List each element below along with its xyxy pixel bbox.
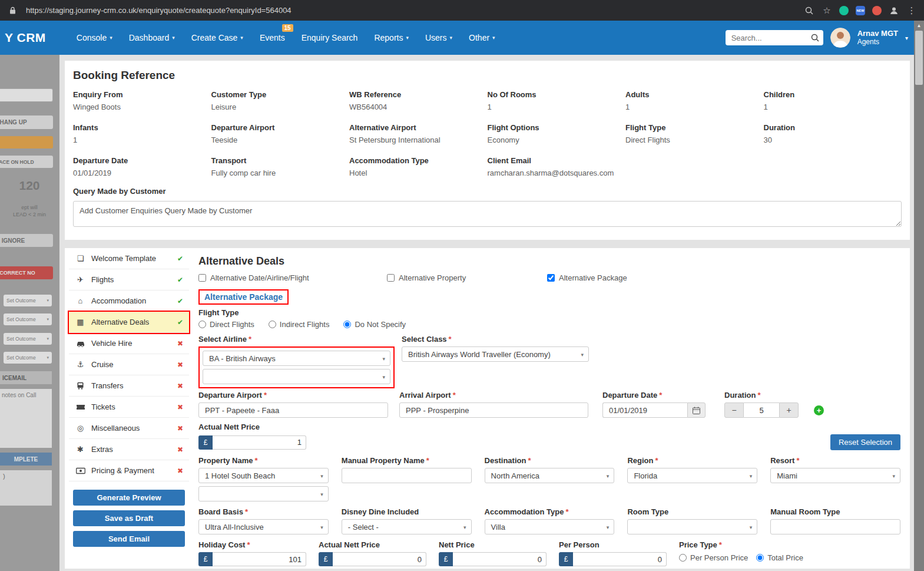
nav-item-events[interactable]: Events15 [251, 21, 293, 55]
browser-menu-icon[interactable]: ⋮ [906, 5, 917, 16]
nav-item-reports[interactable]: Reports▾ [366, 21, 417, 55]
caret-down-icon[interactable]: ▾ [905, 35, 908, 41]
extension-red-icon[interactable] [872, 6, 882, 15]
car-icon [75, 339, 85, 348]
per-person-input[interactable] [573, 552, 667, 566]
departure-airport-input[interactable] [198, 402, 388, 418]
property-name-select-secondary[interactable]: ▾ [198, 486, 329, 501]
section-item-cruise[interactable]: ⚓Cruise✖ [69, 354, 189, 375]
call-number-input[interactable] [0, 88, 53, 102]
cross-icon: ✖ [177, 339, 183, 348]
hang-up-button[interactable]: HANG UP [0, 115, 53, 129]
set-outcome-select[interactable]: Set Outcome▾ [4, 333, 52, 345]
alt-package-checkbox[interactable]: Alternative Package [547, 273, 627, 282]
bookmark-star-icon[interactable]: ☆ [822, 5, 832, 16]
section-item-vehicle-hire[interactable]: Vehicle Hire✖ [69, 333, 189, 354]
incorrect-no-button[interactable]: INCORRECT NO [0, 266, 53, 279]
actual-nett-price-input[interactable] [213, 435, 306, 450]
place-on-hold-button[interactable]: PLACE ON HOLD [0, 156, 53, 168]
region-select[interactable]: Florida▾ [627, 468, 757, 483]
section-item-extras[interactable]: ✱Extras✖ [69, 439, 189, 460]
nav-item-create-case[interactable]: Create Case▾ [183, 21, 251, 55]
accommodation-type-select[interactable]: Villa▾ [485, 519, 615, 534]
nett-price-group: £ [439, 552, 547, 566]
section-item-miscellaneous[interactable]: ◎Miscellaneous✖ [69, 418, 189, 439]
nav-item-other[interactable]: Other▾ [461, 21, 504, 55]
radio-do-not-specify[interactable]: Do Not Specify [343, 320, 406, 329]
airline-select-secondary[interactable]: ▾ [203, 369, 390, 384]
grammarly-extension-icon[interactable] [839, 6, 849, 15]
zoom-icon[interactable] [804, 5, 814, 16]
minus-button[interactable]: − [724, 402, 744, 418]
nav-item-users[interactable]: Users▾ [417, 21, 461, 55]
search-icon[interactable] [811, 34, 819, 42]
caret-down-icon: ▾ [892, 473, 895, 479]
radio-per-person-price[interactable]: Per Person Price [679, 553, 748, 562]
caret-down-icon: ▾ [110, 35, 112, 41]
radio-direct-flights[interactable]: Direct Flights [198, 320, 254, 329]
section-item-tickets[interactable]: Tickets✖ [69, 397, 189, 418]
customer-query-textarea[interactable] [73, 201, 902, 227]
add-row-icon[interactable]: + [814, 405, 824, 415]
section-item-accommodation[interactable]: ⌂Accommodation✔ [69, 291, 189, 312]
complete-button[interactable]: MPLETE [0, 453, 52, 466]
send-email-button[interactable]: Send Email [73, 531, 185, 547]
arrival-airport-input[interactable] [399, 402, 588, 418]
voicemail-bar[interactable]: ICEMAIL [0, 371, 52, 384]
board-basis-select[interactable]: Ultra All-Inclusive▾ [198, 519, 329, 534]
call-notes-area[interactable]: notes on Call [0, 389, 52, 448]
global-search-input[interactable] [726, 30, 823, 45]
call-task-bar[interactable] [0, 136, 53, 148]
save-as-draft-button[interactable]: Save as Draft [73, 510, 185, 526]
nav-item-dashboard[interactable]: Dashboard▾ [121, 21, 183, 55]
resort-select[interactable]: Miami▾ [770, 468, 900, 483]
target-icon: ◎ [75, 424, 85, 433]
brand-logo[interactable]: Y CRM [5, 31, 46, 45]
manual-room-type-input[interactable] [770, 519, 900, 534]
user-menu[interactable]: Arnav MGT Agents [857, 29, 898, 46]
scroll-up-arrow-icon[interactable]: ▲ [914, 21, 924, 30]
section-item-pricing-payment[interactable]: Pricing & Payment✖ [69, 460, 189, 481]
manual-property-name-input[interactable] [342, 468, 472, 483]
set-outcome-select[interactable]: Set Outcome▾ [4, 352, 52, 364]
room-type-select[interactable]: ▾ [627, 519, 757, 534]
nett-price-input[interactable] [453, 552, 547, 566]
class-select[interactable]: British Airways World Traveller (Economy… [402, 346, 589, 362]
radio-indirect-flights[interactable]: Indirect Flights [269, 320, 330, 329]
user-avatar[interactable] [830, 28, 850, 48]
section-item-welcome-template[interactable]: ❏Welcome Template✔ [69, 248, 189, 269]
alt-property-checkbox[interactable]: Alternative Property [387, 273, 547, 282]
set-outcome-select[interactable]: Set Outcome▾ [4, 295, 52, 306]
departure-date-input[interactable] [602, 402, 687, 418]
property-name-select[interactable]: 1 Hotel South Beach▾ [198, 468, 329, 483]
ignore-button[interactable]: IGNORE [0, 234, 53, 247]
page: HANG UP PLACE ON HOLD 120 ept will LEAD … [0, 55, 924, 571]
disney-dine-select[interactable]: - Select -▾ [342, 519, 472, 534]
deals-icon: ▦ [75, 318, 85, 326]
nav-item-console[interactable]: Console▾ [68, 21, 121, 55]
holiday-cost-input[interactable] [213, 552, 306, 566]
form-title: Alternative Deals [198, 255, 900, 268]
address-bar[interactable]: https://staging.journey-crm.co.uk/enquir… [26, 6, 292, 15]
reset-selection-button[interactable]: Reset Selection [830, 434, 900, 450]
actual-nett-price2-input[interactable] [333, 552, 426, 566]
airline-select[interactable]: BA - British Airways▾ [203, 351, 390, 366]
calendar-icon[interactable] [687, 402, 706, 418]
set-outcome-select[interactable]: Set Outcome▾ [4, 313, 52, 325]
scrollbar-thumb[interactable] [915, 31, 923, 85]
section-item-alternative-deals[interactable]: ▦Alternative Deals✔ [69, 312, 189, 333]
destination-select[interactable]: North America▾ [485, 468, 615, 483]
radio-total-price[interactable]: Total Price [756, 553, 803, 562]
section-item-transfers[interactable]: Transfers✖ [69, 375, 189, 397]
booking-field: Children1 [764, 90, 902, 111]
nav-item-enquiry-search[interactable]: Enquiry Search [293, 21, 366, 55]
generate-preview-button[interactable]: Generate Preview [73, 490, 185, 506]
browser-profile-icon[interactable] [889, 5, 899, 16]
section-item-flights[interactable]: ✈Flights✔ [69, 269, 189, 291]
accommodation-type-label: Accommodation Type* [485, 507, 615, 516]
booking-field: TransportFully comp car hire [211, 156, 350, 177]
page-scrollbar[interactable]: ▲ [914, 21, 924, 571]
plus-button[interactable]: + [779, 402, 799, 418]
extension-new-icon[interactable]: NEW [856, 6, 865, 15]
alt-date-airline-flight-checkbox[interactable]: Alternative Date/Airline/Flight [198, 273, 387, 282]
